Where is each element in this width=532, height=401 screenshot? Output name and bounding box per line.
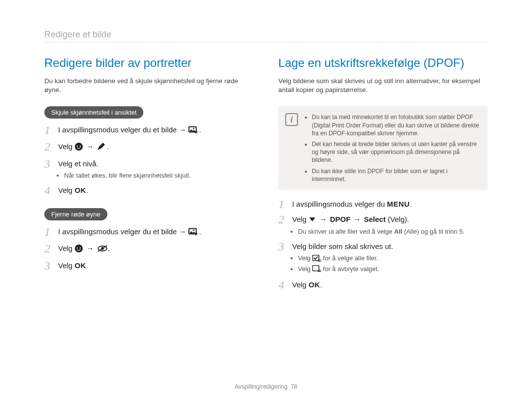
step-item: I avspillingsmodus velger du MENU. [278, 200, 488, 208]
step-bullet: Velg All for å avbryte valget. [298, 265, 488, 274]
note-item: Det kan hende at brede bilder skrives ut… [312, 140, 480, 164]
step-item: Velg et nivå. Når tallet økes, blir fler… [44, 159, 254, 179]
svg-point-14 [77, 247, 78, 248]
brush-icon [97, 143, 107, 152]
svg-text:All: All [318, 259, 321, 262]
chip-hide-blemishes: Skjule skjønnhetsfeil i ansiktet [44, 106, 143, 119]
note-list: Du kan ta med minnekortet til en fotobut… [312, 113, 480, 183]
svg-point-15 [80, 247, 81, 248]
intro-dpof: Velg bildene som skal skrives ut og stil… [278, 77, 488, 94]
step-item: Velg → . [44, 142, 254, 153]
info-icon: i [285, 113, 298, 126]
chevron-down-icon [308, 216, 316, 224]
step-item: Velg bilder som skal skrives ut. Velg Al… [278, 242, 488, 273]
arrow-icon: → [86, 244, 95, 252]
heading-dpof: Lage en utskriftsrekkefølge (DPOF) [278, 56, 488, 70]
step-item: I avspillingsmodus velger du et bilde → … [44, 125, 254, 135]
bullet-text: (Alle) og gå til trinn 5. [402, 228, 465, 235]
edit-photo-icon: E [188, 126, 199, 135]
page-footer: Avspilling/redigering 78 [0, 383, 532, 390]
bullet-text: Du skriver ut alle filer ved å velge [298, 228, 394, 235]
steps-red-eye: I avspillingsmodus velger du et bilde → … [44, 227, 254, 270]
arrow-icon: → [86, 142, 95, 151]
footer-section: Avspilling/redigering [234, 383, 287, 390]
step-item: Velg → . [44, 244, 254, 254]
svg-text:E: E [195, 232, 198, 236]
note-item: Du kan ikke stille inn DPOF for bilder s… [312, 167, 480, 183]
intro-portraits: Du kan forbedre bildene ved å skjule skj… [44, 77, 254, 94]
step-text: Velg [58, 186, 72, 194]
note-box: i Du kan ta med minnekortet til en fotob… [278, 106, 488, 190]
left-column: Redigere bilder av portretter Du kan for… [44, 56, 254, 303]
svg-text:E: E [195, 130, 198, 134]
arrow-icon: → [353, 215, 362, 223]
step-text: I avspillingsmodus velger du et bilde → [58, 125, 186, 134]
step-item: Velg OK. [44, 186, 254, 194]
step-item: Velg OK. [44, 261, 254, 270]
svg-point-5 [75, 143, 83, 151]
step-text: I avspillingsmodus velger du [292, 200, 385, 208]
select-label: Select [364, 215, 386, 223]
face-icon [74, 244, 83, 254]
divider [44, 42, 488, 42]
svg-point-6 [77, 146, 78, 147]
step-item: Velg → DPOF → Select (Velg). Du skriver … [278, 215, 488, 236]
all-label: All [394, 228, 402, 235]
step-item: Velg OK. [278, 280, 488, 289]
svg-text:All: All [318, 269, 321, 272]
steps-dpof: I avspillingsmodus velger du MENU. Velg … [278, 200, 488, 289]
step-text: Velg [58, 142, 72, 151]
ok-icon: OK [308, 280, 320, 289]
step-text: Velg [292, 280, 306, 289]
step-text: Velg [58, 261, 72, 270]
svg-marker-19 [309, 217, 315, 221]
bullet-text: for å velge alle filer. [323, 254, 378, 262]
bullet-text: Velg [298, 265, 310, 273]
note-item: Du kan ta med minnekortet til en fotobut… [312, 113, 480, 137]
bullet-text: Velg [298, 254, 310, 262]
right-column: Lage en utskriftsrekkefølge (DPOF) Velg … [278, 56, 488, 303]
face-icon [74, 142, 83, 153]
edit-photo-icon: E [188, 228, 199, 237]
step-bullet: Når tallet økes, blir flere skjønnhetsfe… [64, 172, 254, 179]
select-suffix: (Velg). [386, 215, 409, 223]
step-bullet: Du skriver ut alle filer ved å velge All… [298, 228, 488, 235]
svg-point-13 [75, 245, 83, 252]
bullet-text: for å avbryte valget. [323, 265, 379, 273]
step-text: Velg [58, 244, 72, 252]
dpof-label: DPOF [330, 215, 351, 223]
step-text: I avspillingsmodus velger du et bilde → [58, 227, 186, 236]
step-item: I avspillingsmodus velger du et bilde → … [44, 227, 254, 237]
step-bullet: Velg All for å velge alle filer. [298, 254, 488, 263]
svg-point-3 [193, 128, 195, 129]
footer-page: 78 [291, 383, 297, 390]
ok-icon: OK [74, 186, 86, 194]
heading-portraits: Redigere bilder av portretter [44, 56, 254, 70]
step-text: Velg et nivå. [58, 159, 99, 168]
eye-slash-icon [97, 245, 108, 253]
content-columns: Redigere bilder av portretter Du kan for… [44, 56, 488, 303]
steps-hide-blemishes: I avspillingsmodus velger du et bilde → … [44, 125, 254, 194]
chip-red-eye: Fjerne røde øyne [44, 208, 107, 220]
ok-icon: OK [74, 261, 86, 270]
breadcrumb: Redigere et bilde [44, 30, 488, 40]
svg-point-7 [80, 146, 81, 147]
step-text: Velg bilder som skal skrives ut. [292, 242, 393, 250]
step-text: Velg [292, 215, 306, 223]
deselect-all-icon: All [312, 265, 321, 274]
select-all-icon: All [312, 255, 321, 263]
menu-icon: MENU [387, 200, 410, 208]
arrow-icon: → [319, 215, 328, 223]
svg-point-11 [193, 229, 195, 231]
